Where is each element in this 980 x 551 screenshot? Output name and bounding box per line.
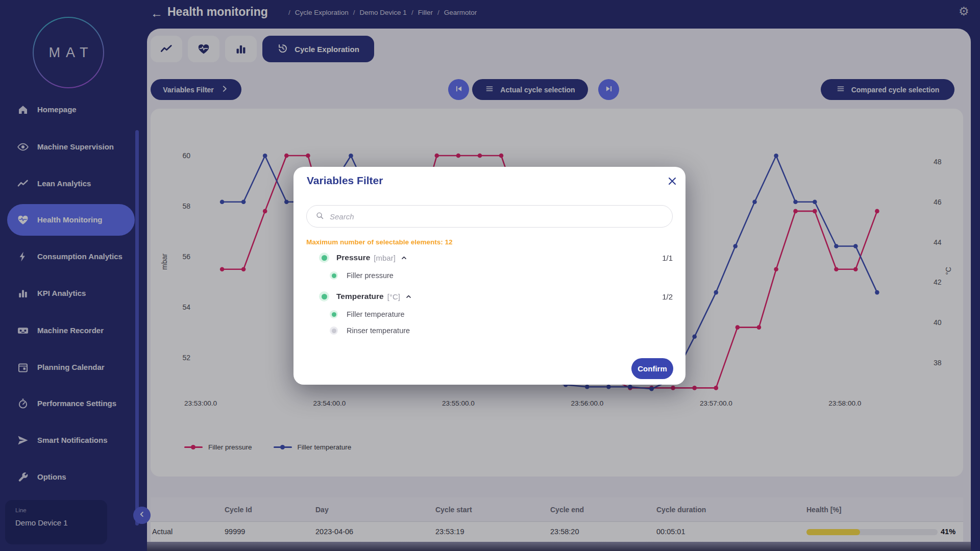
search-input-wrapper: [306, 205, 673, 228]
search-input[interactable]: [330, 212, 664, 221]
close-icon: [666, 175, 678, 187]
filter-option-filler-temperature[interactable]: Filler temperature: [330, 306, 674, 322]
filter-group-pressure[interactable]: Pressure[mbar]1/1: [319, 249, 674, 266]
option-name: Filler pressure: [347, 271, 394, 280]
option-name: Rinser temperature: [347, 327, 410, 335]
group-unit: [mbar]: [374, 254, 396, 262]
group-count: 1/1: [662, 254, 674, 262]
filter-group-temperature[interactable]: Temperature[°C]1/2: [319, 288, 674, 305]
selected-dot-icon: [319, 253, 329, 263]
confirm-button[interactable]: Confirm: [631, 358, 673, 379]
option-name: Filler temperature: [347, 310, 405, 318]
group-name: Temperature: [336, 292, 384, 301]
group-count: 1/2: [662, 292, 674, 301]
selected-dot-icon: [319, 291, 329, 302]
selected-dot-icon: [330, 310, 338, 318]
group-unit: [°C]: [387, 292, 400, 301]
search-icon: [315, 211, 325, 222]
chevron-up-icon[interactable]: [405, 293, 412, 300]
chevron-up-icon: [400, 254, 408, 262]
close-icon[interactable]: [666, 175, 679, 188]
chevron-up-icon[interactable]: [400, 254, 408, 262]
filter-option-rinser-temperature[interactable]: Rinser temperature: [330, 322, 674, 339]
search-icon: [315, 211, 325, 220]
chevron-up-icon: [405, 293, 412, 300]
modal-title: Variables Filter: [307, 174, 383, 187]
selected-dot-icon: [330, 271, 338, 280]
filter-option-filler-pressure[interactable]: Filler pressure: [330, 267, 674, 284]
unselected-dot-icon: [330, 327, 338, 335]
group-name: Pressure: [336, 253, 370, 262]
max-elements-warning: Maximum number of selectable elements: 1…: [306, 238, 453, 246]
variables-filter-modal: Variables Filter Maximum number of selec…: [293, 167, 685, 385]
